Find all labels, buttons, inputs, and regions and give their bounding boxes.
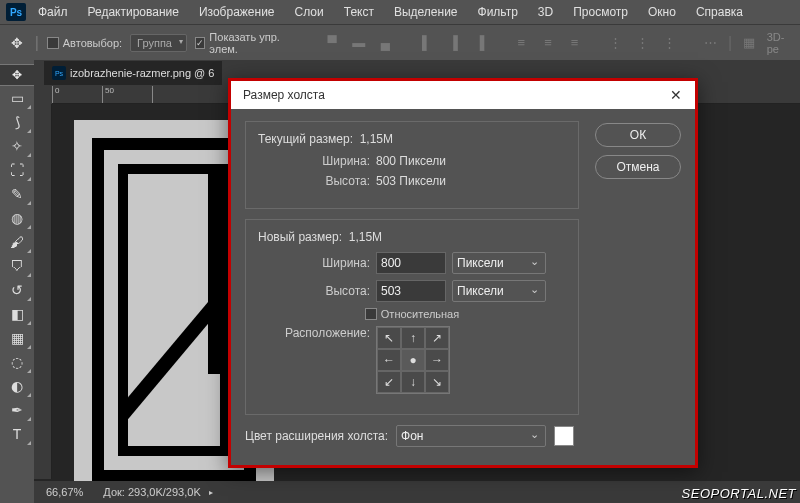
menu-edit[interactable]: Редактирование [80,5,187,19]
cancel-button[interactable]: Отмена [595,155,681,179]
distribute-hcenter-icon[interactable]: ⋮ [633,33,652,53]
menu-file[interactable]: Файл [30,5,76,19]
eraser-tool[interactable]: ◧ [2,302,32,326]
history-brush-tool[interactable]: ↺ [2,278,32,302]
relative-checkbox[interactable]: Относительная [365,308,459,320]
ruler-tick: 50 [102,86,152,103]
anchor-w[interactable]: ← [377,349,401,371]
anchor-n[interactable]: ↑ [401,327,425,349]
type-tool[interactable]: T [2,422,32,446]
anchor-e[interactable]: → [425,349,449,371]
align-vcenter-icon[interactable]: ▬ [349,33,368,53]
menu-layers[interactable]: Слои [287,5,332,19]
distribute-right-icon[interactable]: ⋮ [660,33,679,53]
zoom-level[interactable]: 66,67% [46,486,83,498]
crop-tool[interactable]: ⛶ [2,158,32,182]
menu-3d[interactable]: 3D [530,5,561,19]
brush-tool[interactable]: 🖌 [2,230,32,254]
autoselect-label: Автовыбор: [63,37,122,49]
anchor-center[interactable]: ● [401,349,425,371]
show-controls-checkbox[interactable]: ✓ Показать упр. элем. [195,31,295,55]
align-hcenter-icon[interactable]: ▐ [444,33,463,53]
vertical-ruler[interactable] [34,104,52,479]
new-size-legend: Новый размер: [258,230,342,244]
gradient-tool[interactable]: ▦ [2,326,32,350]
move-tool-icon: ✥ [8,32,27,54]
dialog-titlebar[interactable]: Размер холста ✕ [231,81,695,109]
options-bar: ✥ | Автовыбор: Группа ✓ Показать упр. эл… [0,24,800,60]
mode-3d-label: 3D-ре [767,31,792,55]
current-height-value: 503 Пиксели [376,174,446,188]
width-unit-dropdown[interactable]: Пиксели [452,252,546,274]
ok-button[interactable]: ОК [595,123,681,147]
menubar: Ps Файл Редактирование Изображение Слои … [0,0,800,24]
anchor-s[interactable]: ↓ [401,371,425,393]
canvas-size-dialog: Размер холста ✕ Текущий размер: 1,15M Ши… [228,78,698,468]
current-size-group: Текущий размер: 1,15M Ширина: 800 Пиксел… [245,121,579,209]
menu-text[interactable]: Текст [336,5,382,19]
width-input[interactable] [376,252,446,274]
distribute-vcenter-icon[interactable]: ≡ [539,33,558,53]
align-left-icon[interactable]: ▌ [417,33,436,53]
show-controls-label: Показать упр. элем. [209,31,295,55]
menu-view[interactable]: Просмотр [565,5,636,19]
document-tab[interactable]: Ps izobrazhenie-razmer.png @ 6 [44,61,222,85]
extension-color-label: Цвет расширения холста: [245,429,388,443]
file-type-icon: Ps [52,66,66,80]
menu-image[interactable]: Изображение [191,5,283,19]
checkbox-icon [47,37,59,49]
align-right-icon[interactable]: ▐ [471,33,490,53]
align-bottom-icon[interactable]: ▄ [376,33,395,53]
checkbox-checked-icon: ✓ [195,37,205,49]
dodge-tool[interactable]: ◐ [2,374,32,398]
height-input[interactable] [376,280,446,302]
ruler-tick: 0 [52,86,102,103]
menu-select[interactable]: Выделение [386,5,466,19]
anchor-se[interactable]: ↘ [425,371,449,393]
extension-color-dropdown[interactable]: Фон [396,425,546,447]
anchor-sw[interactable]: ↙ [377,371,401,393]
ps-logo-icon: Ps [6,3,26,21]
blur-tool[interactable]: ◌ [2,350,32,374]
anchor-grid: ↖ ↑ ↗ ← ● → ↙ ↓ ↘ [376,326,450,394]
lasso-tool[interactable]: ⟆ [2,110,32,134]
distribute-bottom-icon[interactable]: ≡ [565,33,584,53]
marquee-tool[interactable]: ▭ [2,86,32,110]
close-icon[interactable]: ✕ [665,84,687,106]
anchor-nw[interactable]: ↖ [377,327,401,349]
pen-tool[interactable]: ✒ [2,398,32,422]
eyedropper-tool[interactable]: ✎ [2,182,32,206]
current-size-value: 1,15M [360,132,393,146]
relative-label: Относительная [381,308,459,320]
artboard-icon[interactable]: ▦ [740,33,759,53]
docsize-label: Док: [103,486,125,498]
current-size-legend: Текущий размер: [258,132,353,146]
more-icon[interactable]: ⋯ [701,33,720,53]
ruler-origin[interactable] [34,86,52,104]
menu-window[interactable]: Окно [640,5,684,19]
checkbox-icon [365,308,377,320]
dialog-title: Размер холста [243,88,325,102]
docsize-value: 293,0K/293,0K [128,486,201,498]
height-unit-dropdown[interactable]: Пиксели [452,280,546,302]
distribute-top-icon[interactable]: ≡ [512,33,531,53]
anchor-label: Расположение: [260,326,370,340]
tab-filename: izobrazhenie-razmer.png @ 6 [70,67,214,79]
anchor-ne[interactable]: ↗ [425,327,449,349]
new-size-value: 1,15M [349,230,382,244]
stamp-tool[interactable]: ⛉ [2,254,32,278]
extension-color-swatch[interactable] [554,426,574,446]
autoselect-checkbox[interactable]: Автовыбор: [47,37,122,49]
menu-help[interactable]: Справка [688,5,751,19]
healing-tool[interactable]: ◍ [2,206,32,230]
menu-filter[interactable]: Фильтр [470,5,526,19]
distribute-left-icon[interactable]: ⋮ [607,33,626,53]
new-width-label: Ширина: [260,256,370,270]
height-label: Высота: [260,174,370,188]
autoselect-target-dropdown[interactable]: Группа [130,34,187,52]
ruler-tick [152,86,202,103]
magic-wand-tool[interactable]: ✧ [2,134,32,158]
doc-size-indicator[interactable]: Док: 293,0K/293,0K [103,486,212,498]
new-size-group: Новый размер: 1,15M Ширина: Пиксели Высо… [245,219,579,415]
align-top-icon[interactable]: ▀ [323,33,342,53]
